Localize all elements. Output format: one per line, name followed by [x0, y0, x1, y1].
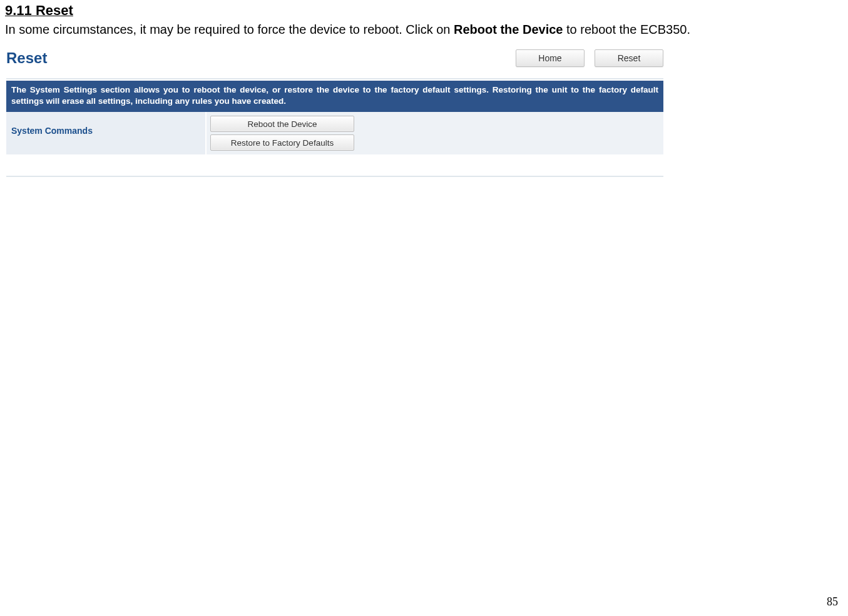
- section-heading: 9.11 Reset: [5, 3, 843, 19]
- divider-top: [6, 78, 663, 79]
- info-banner: The System Settings section allows you t…: [6, 81, 663, 112]
- intro-pre: In some circumstances, it may be require…: [5, 23, 454, 36]
- reboot-device-button[interactable]: Reboot the Device: [210, 116, 354, 132]
- divider-bottom: [6, 176, 663, 177]
- panel-title: Reset: [6, 49, 47, 67]
- intro-post: to reboot the ECB350.: [563, 23, 690, 36]
- intro-paragraph: In some circumstances, it may be require…: [5, 23, 843, 37]
- system-commands-label: System Commands: [6, 112, 207, 154]
- page-number: 85: [827, 595, 838, 608]
- reset-button[interactable]: Reset: [595, 49, 663, 67]
- reset-panel-screenshot: Reset Home Reset The System Settings sec…: [6, 49, 663, 177]
- home-button[interactable]: Home: [516, 49, 585, 67]
- restore-defaults-button[interactable]: Restore to Factory Defaults: [210, 134, 354, 151]
- intro-bold: Reboot the Device: [454, 23, 563, 36]
- system-commands-row: System Commands Reboot the Device Restor…: [6, 112, 663, 154]
